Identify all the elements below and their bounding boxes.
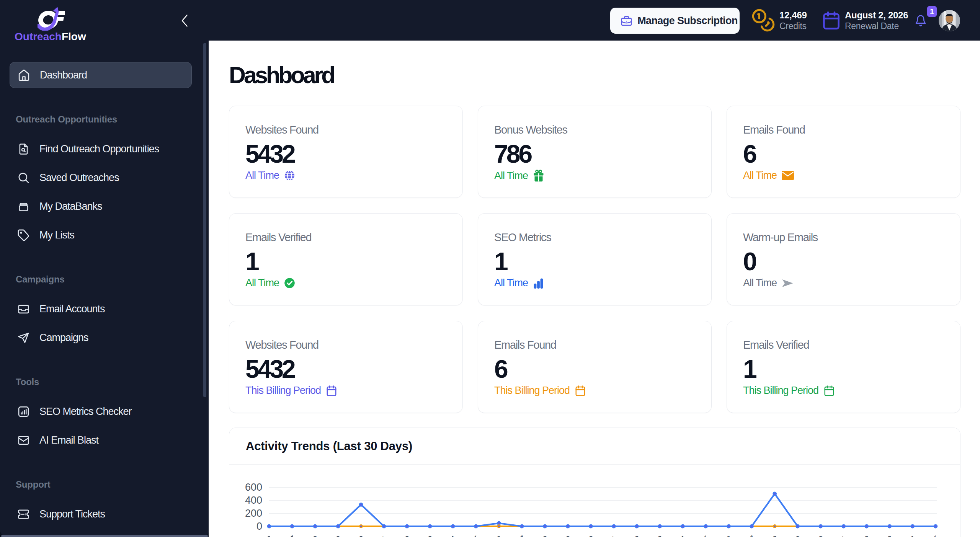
- svg-text:400: 400: [245, 495, 262, 506]
- svg-text:Jul 10: Jul 10: [801, 533, 828, 537]
- svg-text:Jun 22: Jun 22: [385, 533, 414, 537]
- svg-text:Jul 9: Jul 9: [782, 533, 805, 537]
- svg-text:Jun 27: Jun 27: [500, 533, 529, 537]
- svg-text:Jun 28: Jun 28: [523, 533, 552, 537]
- svg-text:Jul 3: Jul 3: [644, 533, 667, 537]
- svg-text:Jun 30: Jun 30: [568, 533, 598, 537]
- svg-text:Jul 14: Jul 14: [893, 533, 920, 537]
- svg-text:Jun 21: Jun 21: [362, 533, 391, 537]
- svg-text:Jul 13: Jul 13: [870, 533, 897, 537]
- svg-text:Jun 23: Jun 23: [408, 533, 437, 537]
- svg-text:600: 600: [245, 482, 262, 493]
- svg-text:Jun 25: Jun 25: [454, 533, 483, 537]
- svg-text:Jul 6: Jul 6: [713, 533, 736, 537]
- svg-text:Jun 26: Jun 26: [477, 533, 506, 537]
- svg-text:Jun 29: Jun 29: [546, 533, 575, 537]
- svg-text:Jul 7: Jul 7: [736, 533, 759, 537]
- svg-text:Jul 15: Jul 15: [916, 533, 942, 537]
- svg-text:Jul 2: Jul 2: [621, 533, 644, 537]
- svg-text:Jul 12: Jul 12: [847, 533, 874, 537]
- svg-text:200: 200: [245, 508, 262, 519]
- svg-text:Jul 4: Jul 4: [667, 533, 690, 537]
- svg-text:Jun 20: Jun 20: [339, 533, 368, 537]
- svg-text:Jun 18: Jun 18: [293, 533, 322, 537]
- svg-text:Jun 24: Jun 24: [431, 533, 460, 537]
- svg-text:Jun 17: Jun 17: [270, 533, 299, 537]
- svg-text:0: 0: [256, 521, 262, 532]
- svg-text:Jul 11: Jul 11: [824, 533, 851, 537]
- svg-text:Jul 5: Jul 5: [690, 533, 713, 537]
- svg-text:Jun 16: Jun 16: [247, 533, 276, 537]
- svg-text:Jun 19: Jun 19: [316, 533, 345, 537]
- svg-text:Jul 8: Jul 8: [759, 533, 782, 537]
- svg-text:Jul 1: Jul 1: [598, 533, 621, 537]
